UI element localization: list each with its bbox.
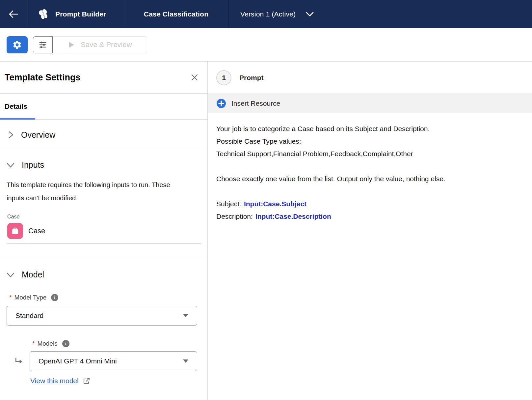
- inputs-section-label: Inputs: [22, 160, 44, 170]
- insert-resource-bar[interactable]: Insert Resource: [208, 94, 532, 113]
- model-section-label: Model: [22, 270, 44, 279]
- section-model-toggle[interactable]: Model: [0, 258, 207, 279]
- description-label: Description:: [216, 213, 253, 220]
- select-caret-icon: [183, 359, 188, 363]
- close-icon: [190, 73, 199, 82]
- einstein-butterfly-icon: [38, 8, 49, 20]
- case-briefcase-icon: [7, 223, 23, 239]
- prompt-line: Choose exactly one value from the list. …: [216, 173, 519, 185]
- models-label: Models: [37, 340, 57, 347]
- section-inputs-toggle[interactable]: Inputs: [0, 150, 207, 170]
- model-type-select[interactable]: Standard: [7, 306, 197, 326]
- template-name: Case Classification: [144, 10, 208, 18]
- builder-toolbar: Save & Preview: [0, 28, 532, 62]
- required-asterisk: *: [32, 340, 35, 347]
- prompt-line-blank: [216, 160, 519, 173]
- description-input-reference[interactable]: Input:Case.Description: [255, 213, 331, 220]
- top-navigation-bar: Prompt Builder Case Classification Versi…: [0, 0, 532, 28]
- subject-input-reference[interactable]: Input:Case.Subject: [244, 200, 306, 208]
- models-field-label: * Models i: [32, 340, 207, 347]
- view-model-link[interactable]: View this model: [30, 377, 79, 385]
- save-preview-button[interactable]: Save & Preview: [53, 36, 147, 53]
- version-dropdown[interactable]: Version 1 (Active): [228, 0, 314, 28]
- chevron-down-icon: [6, 161, 15, 169]
- tab-details[interactable]: Details: [0, 102, 27, 110]
- indent-arrow-icon: [14, 356, 24, 366]
- insert-resource-label: Insert Resource: [231, 100, 280, 107]
- info-icon[interactable]: i: [51, 294, 58, 301]
- subject-line: Subject:Input:Case.Subject: [216, 198, 519, 210]
- prompt-line-blank: [216, 185, 519, 198]
- input-object-label: Case: [7, 214, 207, 220]
- select-caret-icon: [183, 314, 188, 317]
- version-label: Version 1 (Active): [240, 10, 296, 18]
- step-number-badge: 1: [216, 70, 231, 85]
- step-title: Prompt: [239, 74, 264, 82]
- model-type-label: Model Type: [14, 294, 46, 301]
- prompt-canvas: 1 Prompt Insert Resource Your job is to …: [208, 62, 532, 400]
- template-name-segment: Case Classification: [124, 0, 228, 28]
- preview-settings-button[interactable]: [33, 36, 53, 53]
- tab-active-indicator: [0, 118, 35, 120]
- model-type-value: Standard: [15, 312, 43, 320]
- section-overview-toggle[interactable]: Overview: [0, 120, 207, 150]
- view-model-link-row: View this model: [30, 377, 207, 385]
- description-line: Description:Input:Case.Description: [216, 210, 519, 223]
- chevron-down-icon: [6, 271, 15, 278]
- external-link-icon: [83, 377, 91, 385]
- prompt-line: Possible Case Type values:: [216, 135, 519, 148]
- panel-tabs: Details: [0, 94, 207, 120]
- sliders-icon: [38, 40, 47, 49]
- gear-icon: [12, 40, 22, 50]
- prompt-line: Technical Support,Financial Problem,Feed…: [216, 148, 519, 160]
- template-settings-panel: Template Settings Details Overview Input…: [0, 62, 208, 400]
- input-object-row: Case: [7, 223, 201, 244]
- prompt-text-editor[interactable]: Your job is to categorize a Case based o…: [208, 113, 532, 223]
- panel-title: Template Settings: [5, 72, 81, 83]
- main-content: Template Settings Details Overview Input…: [0, 62, 532, 400]
- chevron-down-icon: [306, 12, 314, 17]
- back-arrow-icon: [9, 10, 18, 18]
- prompt-line: Your job is to categorize a Case based o…: [216, 123, 519, 135]
- app-brand: Prompt Builder: [27, 0, 124, 28]
- models-select[interactable]: OpenAI GPT 4 Omni Mini: [30, 351, 197, 371]
- inputs-description: This template requires the following inp…: [7, 178, 187, 205]
- models-row: OpenAI GPT 4 Omni Mini: [14, 351, 197, 371]
- plus-icon: [217, 99, 226, 108]
- app-title: Prompt Builder: [55, 10, 106, 18]
- overview-section-label: Overview: [21, 130, 55, 140]
- save-preview-label: Save & Preview: [81, 41, 132, 49]
- panel-header: Template Settings: [0, 62, 207, 94]
- settings-gear-button[interactable]: [7, 36, 28, 53]
- required-asterisk: *: [9, 294, 12, 301]
- back-button[interactable]: [0, 0, 27, 28]
- info-icon[interactable]: i: [62, 340, 69, 347]
- input-object-value: Case: [28, 227, 45, 235]
- subject-label: Subject:: [216, 200, 241, 208]
- chevron-right-icon: [7, 130, 14, 139]
- play-icon: [67, 41, 75, 48]
- model-type-field-label: * Model Type i: [9, 294, 207, 301]
- preview-button-group: Save & Preview: [33, 36, 147, 53]
- close-panel-button[interactable]: [190, 73, 199, 82]
- prompt-step-header: 1 Prompt: [208, 62, 532, 94]
- models-value: OpenAI GPT 4 Omni Mini: [39, 357, 117, 365]
